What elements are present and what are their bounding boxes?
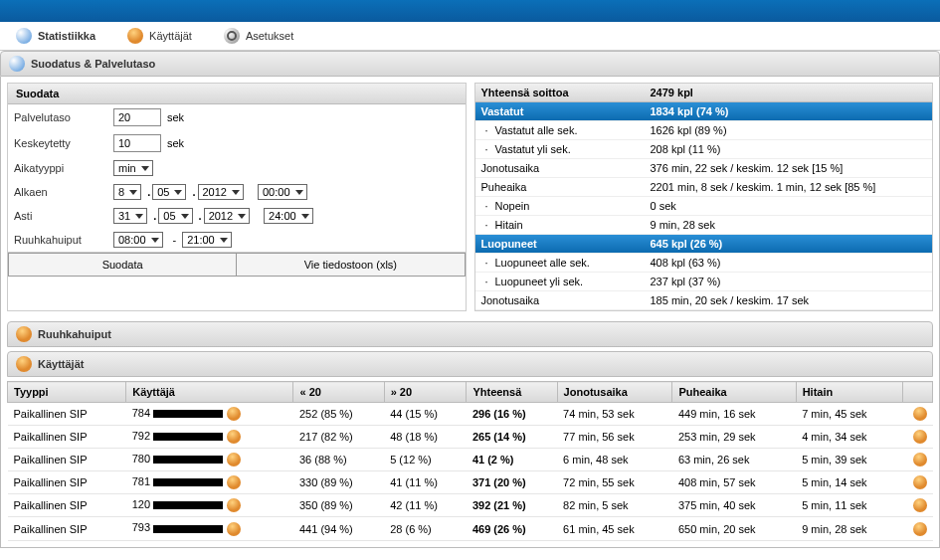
col-under[interactable]: « 20 xyxy=(293,382,384,403)
tab-users[interactable]: Käyttäjät xyxy=(111,22,208,50)
cell-user: 780 xyxy=(126,449,293,471)
users-icon xyxy=(16,356,32,372)
talk-label: Puheaika xyxy=(481,181,651,193)
answered-under-label: Vastatut alle sek. xyxy=(481,124,651,136)
users-panel-header[interactable]: Käyttäjät xyxy=(7,351,933,377)
abandon-queue-value: 185 min, 20 sek / keskim. 17 sek xyxy=(651,294,927,306)
cell-user: 793 xyxy=(126,517,293,540)
alkaen-month-select[interactable]: 05 xyxy=(152,184,186,200)
dash: - xyxy=(173,234,177,246)
cell-total: 265 (14 %) xyxy=(467,426,557,449)
unit-sek: sek xyxy=(167,137,184,149)
palvelutaso-input[interactable] xyxy=(113,108,161,126)
keskeytetty-label: Keskeytetty xyxy=(14,137,113,149)
col-talk[interactable]: Puheaika xyxy=(672,382,796,403)
redacted-name xyxy=(153,410,223,418)
table-row[interactable]: Paikallinen SIP792 217 (82 %)48 (18 %)26… xyxy=(8,426,933,449)
cell-action[interactable] xyxy=(903,494,933,517)
cell-type: Paikallinen SIP xyxy=(8,403,126,426)
cell-over: 28 (6 %) xyxy=(384,517,467,540)
cell-user: 781 xyxy=(126,471,293,494)
user-icon xyxy=(913,407,927,421)
unit-sek: sek xyxy=(167,111,184,123)
asti-day-select[interactable]: 31 xyxy=(113,208,147,224)
ruuhka-panel-header[interactable]: Ruuhkahuiput xyxy=(7,321,933,347)
settings-icon xyxy=(224,28,240,44)
cell-slow: 5 min, 14 sek xyxy=(796,471,902,494)
table-row[interactable]: Paikallinen SIP120 350 (89 %)42 (11 %)39… xyxy=(8,494,933,517)
cell-action[interactable] xyxy=(903,426,933,449)
cell-user: 120 xyxy=(126,494,293,517)
filter-form: Suodata Palvelutaso sek Keskeytetty sek … xyxy=(7,83,467,311)
alkaen-year-select[interactable]: 2012 xyxy=(198,184,244,200)
ruuhka-to-select[interactable]: 21:00 xyxy=(182,232,232,248)
fastest-value: 0 sek xyxy=(651,200,927,212)
abandoned-under-label: Luopuneet alle sek. xyxy=(481,257,651,269)
user-icon xyxy=(913,498,927,512)
col-type[interactable]: Tyyppi xyxy=(8,382,126,403)
aikatyyppi-label: Aikatyyppi xyxy=(14,162,113,174)
cell-action[interactable] xyxy=(903,449,933,471)
table-row[interactable]: Paikallinen SIP784 252 (85 %)44 (15 %)29… xyxy=(8,403,933,426)
cell-action[interactable] xyxy=(903,403,933,426)
filter-panel-header: Suodatus & Palvelutaso xyxy=(0,51,940,77)
answered-label: Vastatut xyxy=(481,105,651,117)
cell-under: 350 (89 %) xyxy=(293,494,384,517)
filter-button[interactable]: Suodata xyxy=(8,253,237,277)
cell-queue: 74 min, 53 sek xyxy=(557,403,672,426)
aikatyyppi-select[interactable]: min xyxy=(113,160,153,176)
abandoned-value: 645 kpl (26 %) xyxy=(651,238,927,250)
cell-queue: 72 min, 55 sek xyxy=(557,471,672,494)
cell-talk: 375 min, 40 sek xyxy=(672,494,796,517)
keskeytetty-input[interactable] xyxy=(113,134,161,152)
stats-icon xyxy=(9,56,25,72)
filter-subheader: Suodata xyxy=(8,84,466,104)
table-row[interactable]: Paikallinen SIP793 441 (94 %)28 (6 %)469… xyxy=(8,517,933,540)
tab-statistics[interactable]: Statistiikka xyxy=(0,22,111,50)
redacted-name xyxy=(153,525,223,533)
panel-title: Suodatus & Palvelutaso xyxy=(31,58,155,70)
tab-label: Käyttäjät xyxy=(149,30,192,42)
user-icon xyxy=(913,430,927,444)
summary-stats: Yhteensä soittoa 2479 kpl Vastatut 1834 … xyxy=(474,83,934,311)
cell-over: 42 (11 %) xyxy=(384,494,467,517)
col-slow[interactable]: Hitain xyxy=(796,382,902,403)
cell-action[interactable] xyxy=(903,471,933,494)
cell-type: Paikallinen SIP xyxy=(8,517,126,540)
redacted-name xyxy=(153,456,223,464)
table-row[interactable]: Paikallinen SIP780 36 (88 %)5 (12 %)41 (… xyxy=(8,449,933,471)
cell-over: 41 (11 %) xyxy=(384,471,467,494)
tab-settings[interactable]: Asetukset xyxy=(208,22,309,50)
fastest-label: Nopein xyxy=(481,200,651,212)
slowest-value: 9 min, 28 sek xyxy=(651,219,927,231)
abandoned-over-label: Luopuneet yli sek. xyxy=(481,276,651,287)
cell-slow: 5 min, 39 sek xyxy=(796,449,902,471)
asti-year-select[interactable]: 2012 xyxy=(204,208,250,224)
stats-icon xyxy=(16,28,32,44)
cell-over: 44 (15 %) xyxy=(384,403,467,426)
user-icon xyxy=(913,453,927,467)
asti-time-select[interactable]: 24:00 xyxy=(264,208,313,224)
col-total[interactable]: Yhteensä xyxy=(467,382,557,403)
col-queue[interactable]: Jonotusaika xyxy=(557,382,672,403)
alkaen-time-select[interactable]: 00:00 xyxy=(258,184,307,200)
users-icon xyxy=(127,28,143,44)
users-table: Tyyppi Käyttäjä « 20 » 20 Yhteensä Jonot… xyxy=(7,381,933,541)
redacted-name xyxy=(153,478,223,486)
talk-value: 2201 min, 8 sek / keskim. 1 min, 12 sek … xyxy=(651,181,927,193)
ruuhka-from-select[interactable]: 08:00 xyxy=(113,232,163,248)
answered-under-value: 1626 kpl (89 %) xyxy=(651,124,927,136)
table-row[interactable]: Paikallinen SIP781 330 (89 %)41 (11 %)37… xyxy=(8,471,933,494)
cell-total: 41 (2 %) xyxy=(467,449,557,471)
alkaen-day-select[interactable]: 8 xyxy=(113,184,141,200)
alkaen-label: Alkaen xyxy=(14,186,113,198)
cell-action[interactable] xyxy=(903,517,933,540)
asti-month-select[interactable]: 05 xyxy=(158,208,192,224)
palvelutaso-label: Palvelutaso xyxy=(14,111,113,123)
col-user[interactable]: Käyttäjä xyxy=(126,382,293,403)
col-over[interactable]: » 20 xyxy=(384,382,467,403)
cell-type: Paikallinen SIP xyxy=(8,471,126,494)
abandoned-under-value: 408 kpl (63 %) xyxy=(651,257,927,269)
export-button[interactable]: Vie tiedostoon (xls) xyxy=(237,253,465,277)
redacted-name xyxy=(153,433,223,441)
